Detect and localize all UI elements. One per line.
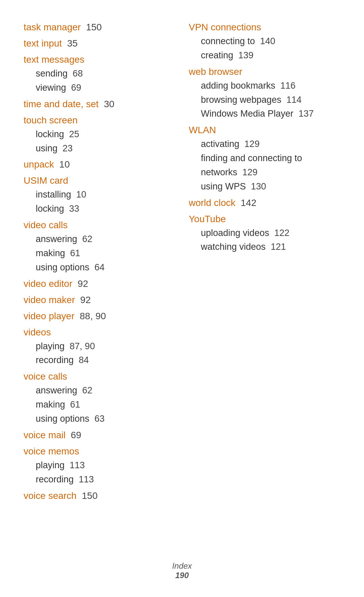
sub-entry: sending 68	[24, 67, 175, 81]
sub-entry: finding and connecting to networks 129	[189, 151, 340, 180]
entry-heading-text-messages: text messages	[24, 53, 175, 67]
sub-entry-label: using options	[36, 414, 89, 424]
index-entry-touch-screen: touch screenlocking 25using 23	[24, 113, 175, 156]
sub-entry-page: 62	[82, 234, 92, 244]
sub-entry-label: creating	[201, 50, 233, 60]
heading-page: 92	[80, 295, 91, 305]
sub-entry-page: 87, 90	[70, 341, 95, 351]
heading-text: YouTube	[189, 214, 226, 224]
index-entry-text-input: text input 35	[24, 36, 175, 51]
sub-entry: using 23	[24, 142, 175, 156]
heading-text: voice search	[24, 490, 77, 501]
right-column: VPN connectionsconnecting to 140creating…	[189, 20, 340, 505]
sub-entry-page: 23	[63, 143, 73, 153]
sub-entry-page: 25	[69, 129, 79, 139]
index-entry-voice-memos: voice memosplaying 113recording 113	[24, 444, 175, 487]
entry-heading-task-manager: task manager 150	[24, 20, 175, 34]
sub-entry: Windows Media Player 137	[189, 107, 340, 121]
sub-entry-page: 114	[286, 95, 302, 105]
heading-page: 150	[86, 22, 102, 32]
sub-entry-page: 129	[244, 139, 260, 149]
sub-entry: playing 87, 90	[24, 339, 175, 354]
heading-text: video maker	[24, 295, 75, 305]
entry-heading-unpack: unpack 10	[24, 157, 175, 172]
sub-entry: playing 113	[24, 458, 175, 473]
index-entry-vpn-connections: VPN connectionsconnecting to 140creating…	[189, 20, 340, 63]
index-entry-task-manager: task manager 150	[24, 20, 175, 34]
entry-heading-world-clock: world clock 142	[189, 196, 340, 210]
page-footer: Index 190	[0, 561, 364, 580]
heading-page: 69	[71, 430, 81, 440]
sub-entry-page: 64	[94, 262, 104, 272]
sub-entry-label: using WPS	[201, 181, 246, 191]
sub-entry-page: 84	[79, 355, 89, 365]
index-entry-video-calls: video callsanswering 62making 61using op…	[24, 218, 175, 275]
sub-entry: browsing webpages 114	[189, 93, 340, 107]
entry-heading-wlan: WLAN	[189, 123, 340, 137]
index-entry-video-maker: video maker 92	[24, 293, 175, 307]
sub-entry-label: making	[36, 248, 65, 258]
sub-entry-label: installing	[36, 189, 71, 200]
entry-heading-video-maker: video maker 92	[24, 293, 175, 307]
heading-text: video player	[24, 311, 74, 321]
index-entry-unpack: unpack 10	[24, 157, 175, 172]
sub-entry: watching videos 121	[189, 240, 340, 254]
sub-entry-page: 62	[82, 385, 92, 395]
sub-entry: answering 62	[24, 232, 175, 246]
sub-entry-label: locking	[36, 204, 64, 214]
heading-page: 142	[241, 198, 256, 208]
index-entry-time-and-date: time and date, set 30	[24, 97, 175, 111]
entry-heading-voice-calls: voice calls	[24, 369, 175, 384]
index-entry-video-editor: video editor 92	[24, 277, 175, 291]
sub-entry-page: 130	[251, 181, 266, 191]
sub-entry-page: 139	[238, 50, 253, 60]
sub-entry-label: watching videos	[201, 242, 266, 252]
entry-heading-youtube: YouTube	[189, 212, 340, 226]
entry-heading-voice-memos: voice memos	[24, 444, 175, 458]
heading-text: voice memos	[24, 446, 79, 456]
sub-entry-page: 69	[71, 83, 81, 93]
heading-text: video editor	[24, 278, 72, 289]
heading-page: 35	[67, 38, 78, 49]
index-layout: task manager 150text input 35text messag…	[24, 20, 340, 505]
sub-entry-page: 116	[280, 81, 296, 91]
sub-entry-label: making	[36, 399, 65, 410]
index-entry-voice-mail: voice mail 69	[24, 428, 175, 442]
sub-entry-page: 113	[79, 474, 94, 484]
sub-entry-page: 68	[73, 68, 83, 79]
sub-entry: recording 84	[24, 353, 175, 367]
heading-page: 88, 90	[80, 311, 106, 321]
heading-page: 10	[59, 159, 70, 170]
index-entry-usim-card: USIM cardinstalling 10locking 33	[24, 174, 175, 216]
sub-entry: answering 62	[24, 384, 175, 398]
heading-text: world clock	[189, 198, 235, 208]
index-entry-text-messages: text messagessending 68viewing 69	[24, 53, 175, 95]
heading-text: voice mail	[24, 430, 65, 440]
sub-entry: locking 25	[24, 127, 175, 142]
entry-heading-videos: videos	[24, 325, 175, 339]
entry-heading-text-input: text input 35	[24, 36, 175, 51]
entry-heading-video-player: video player 88, 90	[24, 309, 175, 323]
sub-entry-label: answering	[36, 234, 77, 244]
heading-text: task manager	[24, 22, 81, 32]
sub-entry-page: 121	[271, 242, 286, 252]
sub-entry: activating 129	[189, 137, 340, 151]
entry-heading-video-editor: video editor 92	[24, 277, 175, 291]
heading-text: text messages	[24, 54, 85, 65]
index-entry-voice-calls: voice callsanswering 62making 61using op…	[24, 369, 175, 426]
sub-entry-label: adding bookmarks	[201, 81, 275, 91]
sub-entry: using options 63	[24, 412, 175, 426]
sub-entry-label: connecting to	[201, 36, 255, 46]
heading-page: 92	[78, 278, 88, 289]
sub-entry-page: 10	[76, 189, 86, 200]
sub-entry: making 61	[24, 398, 175, 412]
index-entry-video-player: video player 88, 90	[24, 309, 175, 323]
sub-entry: installing 10	[24, 188, 175, 202]
sub-entry: locking 33	[24, 202, 175, 216]
sub-entry: using WPS 130	[189, 180, 340, 194]
sub-entry: adding bookmarks 116	[189, 79, 340, 93]
left-column: task manager 150text input 35text messag…	[24, 20, 175, 505]
sub-entry: uploading videos 122	[189, 226, 340, 240]
sub-entry-page: 63	[94, 414, 104, 424]
heading-text: USIM card	[24, 175, 68, 186]
